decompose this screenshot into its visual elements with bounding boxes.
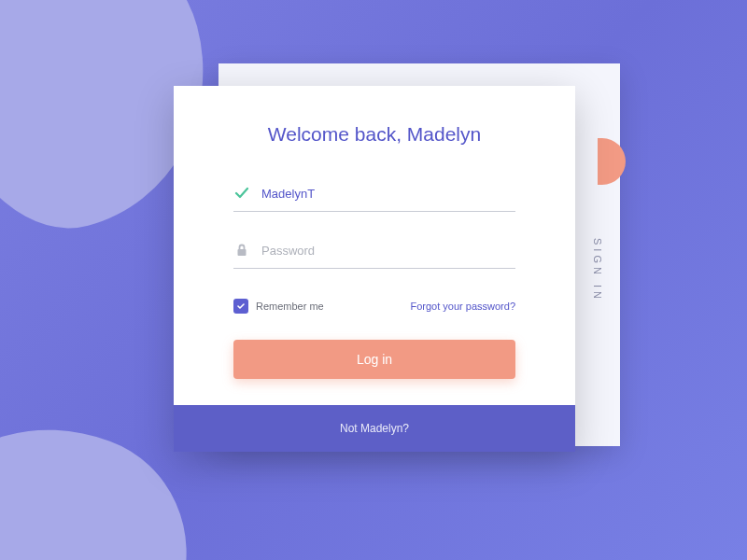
svg-rect-0 <box>238 249 247 256</box>
remember-me-label: Remember me <box>256 301 324 312</box>
username-row <box>233 185 515 212</box>
not-user-link[interactable]: Not Madelyn? <box>174 405 575 452</box>
accent-tab <box>598 138 626 185</box>
sign-in-side-label: SIGN IN <box>592 238 603 302</box>
login-card: Welcome back, Madelyn <box>174 86 575 452</box>
lock-icon <box>233 242 250 259</box>
checkbox-icon <box>233 299 248 314</box>
password-input[interactable] <box>261 244 515 258</box>
forgot-password-link[interactable]: Forgot your password? <box>411 301 516 312</box>
password-row <box>233 242 515 269</box>
login-button[interactable]: Log in <box>233 340 515 379</box>
options-row: Remember me Forgot your password? <box>233 299 515 314</box>
checkmark-icon <box>233 185 250 202</box>
username-input[interactable] <box>261 187 515 201</box>
card-body: Welcome back, Madelyn <box>174 86 575 405</box>
remember-me-checkbox[interactable]: Remember me <box>233 299 324 314</box>
welcome-title: Welcome back, Madelyn <box>233 123 515 146</box>
